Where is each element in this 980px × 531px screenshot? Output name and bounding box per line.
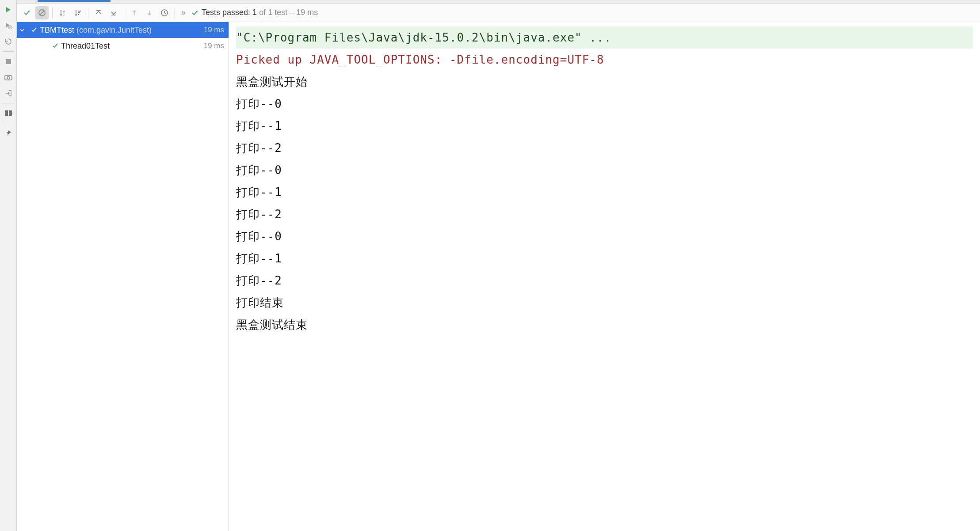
active-tab-indicator (38, 0, 111, 2)
console-line: 打印--2 (236, 269, 973, 292)
layout-icon[interactable] (2, 107, 15, 119)
test-class-package: (com.gavin.JunitTest) (76, 26, 152, 35)
run-gutter (0, 0, 17, 531)
console-line: 打印结束 (236, 292, 973, 314)
show-passed-icon[interactable] (20, 6, 34, 19)
status-passed-count: 1 (252, 8, 257, 17)
test-history-icon[interactable] (158, 6, 171, 19)
collapse-all-icon[interactable] (107, 6, 120, 19)
status-label: Tests passed: (202, 8, 250, 17)
check-icon (52, 43, 58, 49)
pin-icon[interactable] (2, 127, 15, 139)
svg-rect-1 (6, 59, 11, 64)
console-line: 黑盒测试结束 (236, 314, 973, 336)
console-line: 打印--0 (236, 93, 973, 115)
sort-alpha-icon[interactable]: az (56, 6, 69, 19)
svg-rect-10 (78, 11, 81, 11)
svg-line-7 (40, 11, 44, 15)
test-method-name: Thread01Test (61, 42, 110, 51)
console-line: Picked up JAVA_TOOL_OPTIONS: -Dfile.enco… (236, 49, 973, 71)
status-of-text: of 1 test (259, 8, 287, 17)
show-ignored-icon[interactable] (35, 6, 49, 19)
svg-text:z: z (63, 13, 65, 16)
chevron-down-icon[interactable] (19, 27, 28, 33)
status-dash: – (290, 8, 294, 17)
expand-all-icon[interactable] (92, 6, 105, 19)
console-text: "C:\Program Files\Java\jdk-15.0.2\bin\ja… (229, 22, 980, 340)
stop-icon[interactable] (2, 55, 15, 68)
console-line: "C:\Program Files\Java\jdk-15.0.2\bin\ja… (236, 27, 973, 49)
toggle-auto-test-icon[interactable] (2, 35, 15, 48)
test-method-duration: 19 ms (204, 42, 224, 50)
console-line: 黑盒测试开始 (236, 71, 973, 93)
test-toolbar: az » (17, 4, 980, 22)
svg-text:a: a (63, 10, 65, 13)
check-icon (31, 27, 37, 33)
run-icon[interactable] (2, 4, 15, 16)
console-line: 打印--1 (236, 181, 973, 203)
next-failed-icon[interactable] (143, 6, 156, 19)
svg-rect-5 (9, 110, 12, 116)
rerun-failed-icon[interactable] (2, 19, 15, 32)
console-line: 打印--1 (236, 115, 973, 137)
svg-rect-4 (5, 110, 8, 116)
svg-point-0 (8, 26, 12, 29)
status-check-icon (191, 9, 199, 17)
test-tree-item[interactable]: Thread01Test 19 ms (17, 38, 229, 54)
overflow-chevrons[interactable]: » (181, 8, 186, 17)
prev-failed-icon[interactable] (128, 6, 141, 19)
sort-duration-icon[interactable] (71, 6, 84, 19)
console-line: 打印--1 (236, 247, 973, 269)
dump-icon[interactable] (2, 71, 15, 83)
svg-point-3 (7, 76, 10, 79)
test-class-duration: 19 ms (204, 26, 224, 34)
console-line: 打印--2 (236, 203, 973, 225)
console-line: 打印--0 (236, 159, 973, 181)
exit-icon[interactable] (2, 87, 15, 99)
svg-rect-12 (78, 14, 79, 15)
console-line: 打印--2 (236, 137, 973, 159)
test-tree-root[interactable]: TBMTtest (com.gavin.JunitTest) 19 ms (17, 22, 229, 38)
test-status-label: Tests passed: 1 of 1 test – 19 ms (191, 8, 318, 17)
status-duration: 19 ms (296, 8, 318, 17)
test-class-name: TBMTtest (40, 26, 74, 35)
test-tree[interactable]: TBMTtest (com.gavin.JunitTest) 19 ms Thr… (17, 22, 229, 531)
svg-rect-11 (78, 12, 80, 13)
console-output[interactable]: "C:\Program Files\Java\jdk-15.0.2\bin\ja… (229, 22, 980, 531)
console-line: 打印--0 (236, 225, 973, 247)
tool-window-tabstrip (17, 0, 980, 4)
